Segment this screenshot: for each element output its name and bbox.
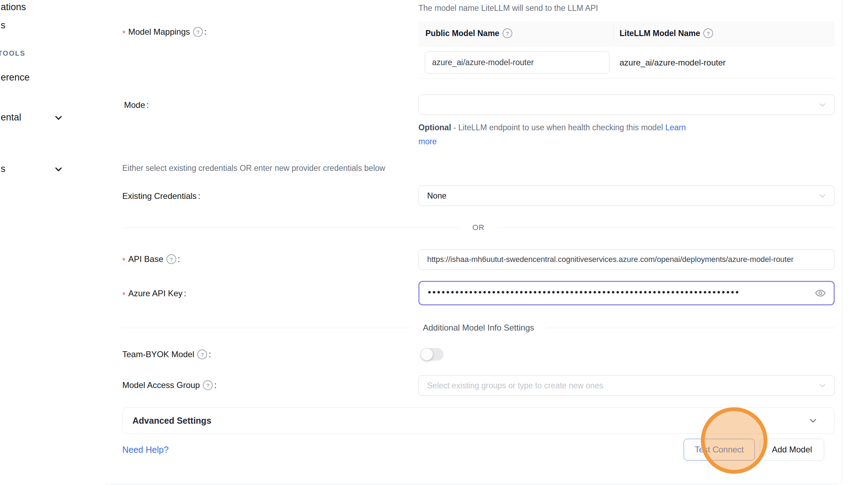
litellm-model-name-help-icon[interactable]: ? [703, 28, 713, 38]
required-marker: * [122, 290, 125, 297]
chevron-down-icon [53, 164, 64, 174]
add-model-button[interactable]: Add Model [760, 439, 824, 460]
eye-icon[interactable] [815, 287, 826, 299]
divider-line [122, 228, 460, 228]
team-byok-help-icon[interactable]: ? [197, 349, 207, 359]
mode-label: Mode : [124, 99, 149, 111]
sidebar: ations s TOOLS erence ental s [0, 0, 106, 485]
api-base-label: * API Base ? : [122, 254, 180, 265]
sidebar-item-2[interactable]: s [1, 18, 6, 32]
advanced-settings-title: Advanced Settings [132, 416, 211, 426]
existing-credentials-value: None [427, 191, 446, 201]
advanced-settings-panel[interactable]: Advanced Settings [122, 407, 835, 434]
toggle-knob [421, 348, 433, 360]
chevron-down-icon [818, 191, 827, 201]
divider-line [547, 328, 835, 328]
sidebar-item-label: s [1, 20, 6, 31]
sidebar-item-label: s [1, 164, 6, 174]
public-model-name-input[interactable] [425, 51, 609, 74]
additional-model-info-divider: Additional Model Info Settings [122, 323, 835, 333]
model-mappings-table-header: Public Model Name ? LiteLLM Model Name ? [418, 21, 835, 46]
model-access-group-placeholder: Select existing groups or type to create… [427, 381, 603, 390]
sidebar-item-inference[interactable]: erence [1, 70, 30, 84]
model-access-group-label: Model Access Group ? : [122, 380, 217, 391]
chevron-down-icon [818, 100, 827, 110]
chevron-down-icon [808, 415, 818, 426]
column-divider [613, 26, 614, 41]
model-access-group-select[interactable]: Select existing groups or type to create… [418, 375, 835, 396]
model-name-hint: The model name LiteLLM will send to the … [418, 4, 598, 13]
api-base-help-icon[interactable]: ? [166, 254, 176, 264]
model-access-group-help-icon[interactable]: ? [203, 380, 213, 390]
add-model-form-screen: ations s TOOLS erence ental s The model … [0, 0, 868, 485]
sidebar-item-experimental[interactable]: ental [1, 110, 21, 124]
masked-key-value: ••••••••••••••••••••••••••••••••••••••••… [428, 287, 740, 298]
credentials-note: Either select existing credentials OR en… [122, 164, 385, 173]
azure-api-key-label: * Azure API Key : [122, 288, 186, 299]
column-header-litellm-model-name: LiteLLM Model Name ? [620, 21, 713, 46]
mode-optional-hint: Optional - LiteLLM endpoint to use when … [418, 120, 686, 148]
need-help-link[interactable]: Need Help? [122, 445, 169, 455]
team-byok-label: Team-BYOK Model ? : [122, 349, 211, 360]
required-marker: * [122, 256, 125, 263]
existing-credentials-label: Existing Credentials : [122, 190, 200, 202]
chevron-down-icon [818, 381, 827, 390]
model-mappings-label: * Model Mappings ? : [122, 26, 207, 37]
api-base-input[interactable] [418, 249, 835, 270]
add-model-card: The model name LiteLLM will send to the … [106, 0, 842, 484]
sidebar-item-label: ations [1, 2, 26, 13]
model-mappings-help-icon[interactable]: ? [193, 27, 203, 37]
mode-select[interactable] [418, 95, 835, 115]
sidebar-item-label: erence [1, 72, 30, 83]
divider-line [122, 328, 410, 328]
sidebar-item-label: ental [1, 112, 21, 123]
or-divider: OR [122, 223, 835, 233]
public-model-name-help-icon[interactable]: ? [503, 28, 512, 38]
test-connect-button[interactable]: Test Connect [684, 439, 755, 460]
existing-credentials-select[interactable]: None [418, 186, 835, 206]
sidebar-item-organizations[interactable]: ations [1, 0, 26, 14]
chevron-down-icon [53, 112, 64, 123]
team-byok-toggle[interactable] [421, 348, 444, 361]
divider-line [497, 228, 835, 228]
litellm-model-name-value: azure_ai/azure-model-router [620, 51, 726, 74]
azure-api-key-input[interactable]: ••••••••••••••••••••••••••••••••••••••••… [418, 281, 835, 305]
model-mappings-table: Public Model Name ? LiteLLM Model Name ?… [418, 21, 835, 78]
required-marker: * [122, 28, 125, 35]
sidebar-item-settings[interactable]: s [1, 162, 6, 176]
sidebar-section-tools: TOOLS [0, 48, 26, 58]
column-header-public-model-name: Public Model Name ? [425, 21, 512, 46]
